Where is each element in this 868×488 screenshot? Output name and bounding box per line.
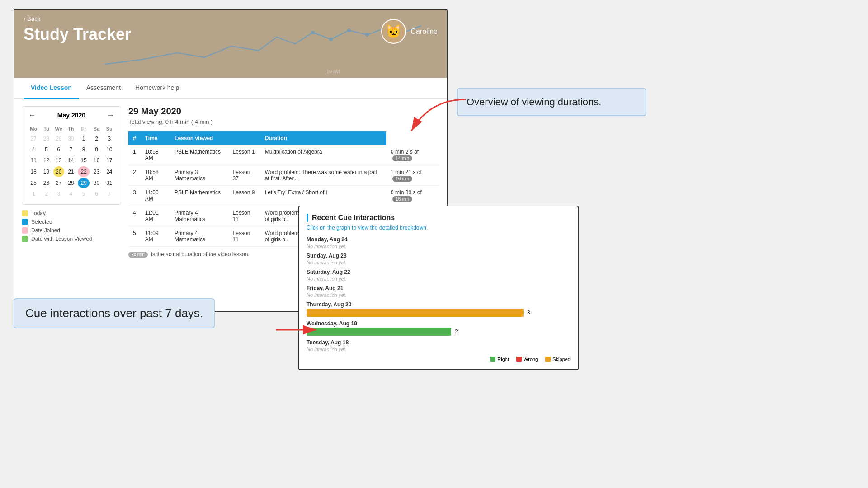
callout-cue-text: Cue interactions over past 7 days.	[25, 306, 203, 320]
calendar-day[interactable]: 16	[90, 155, 102, 165]
calendar-day[interactable]: 18	[28, 166, 39, 177]
cue-day-name: Tuesday, Aug 18	[307, 339, 571, 346]
calendar-day[interactable]: 26	[40, 178, 52, 188]
cue-panel-title: Recent Cue Interactions	[307, 214, 571, 222]
calendar-day[interactable]: 3	[53, 189, 64, 199]
cue-bar[interactable]	[307, 328, 451, 336]
calendar-day[interactable]: 22	[78, 166, 90, 177]
calendar-day[interactable]: 6	[53, 145, 64, 155]
table-row[interactable]: 311:00 AMPSLE MathematicsLesson 9Let's T…	[128, 186, 439, 206]
calendar-day[interactable]: 17	[104, 155, 115, 165]
header-banner: ‹ Back Study Tracker 19 avr 🐱 Caroline	[14, 10, 447, 78]
cue-day-name: Thursday, Aug 20	[307, 301, 571, 308]
calendar-day[interactable]: 21	[65, 166, 77, 177]
calendar-day[interactable]: 8	[78, 145, 90, 155]
calendar-grid: Mo Tu We Th Fr Sa Su 2728293012345678910…	[27, 124, 116, 200]
tab-video-lesson[interactable]: Video Lesson	[24, 78, 79, 99]
row-duration: 0 min 30 s of 16 min	[386, 186, 439, 206]
callout-viewing-text: Overview of viewing durations.	[467, 96, 601, 108]
calendar-day[interactable]: 11	[28, 155, 39, 165]
calendar-header: ← May 2020 →	[27, 111, 116, 119]
calendar-day[interactable]: 7	[104, 189, 115, 199]
calendar-day[interactable]: 27	[28, 134, 39, 144]
calendar-day[interactable]: 1	[78, 134, 90, 144]
calendar-day[interactable]: 27	[53, 178, 64, 188]
row-time: 11:09 AM	[141, 226, 170, 247]
cue-legend-skipped-label: Skipped	[552, 357, 571, 362]
calendar-legend: Today Selected Date Joined Date with Les…	[22, 210, 121, 242]
cue-day-name: Sunday, Aug 23	[307, 253, 571, 259]
row-num: 4	[128, 206, 141, 226]
cue-legend: Right Wrong Skipped	[307, 357, 571, 362]
calendar-day[interactable]: 20	[53, 166, 64, 177]
calendar-next-button[interactable]: →	[105, 111, 116, 119]
cue-legend-wrong-label: Wrong	[524, 357, 538, 362]
calendar-day[interactable]: 4	[65, 189, 77, 199]
calendar-day[interactable]: 15	[78, 155, 90, 165]
calendar-day[interactable]: 30	[90, 178, 102, 188]
cue-day-name: Friday, Aug 21	[307, 285, 571, 291]
calendar-day[interactable]: 2	[40, 189, 52, 199]
calendar-day[interactable]: 5	[78, 189, 90, 199]
calendar-day[interactable]: 7	[65, 145, 77, 155]
calendar-day[interactable]: 31	[104, 178, 115, 188]
cue-day: Wednesday, Aug 192	[307, 320, 571, 336]
calendar-day[interactable]: 9	[90, 145, 102, 155]
calendar-day[interactable]: 2	[90, 134, 102, 144]
tab-homework-help[interactable]: Homework help	[128, 78, 186, 99]
cue-days-container: Monday, Aug 24No interaction yet.Sunday,…	[307, 236, 571, 352]
legend-note-text: is the actual duration of the video less…	[151, 251, 249, 258]
calendar-day[interactable]: 4	[28, 145, 39, 155]
row-lesson: Lesson 9	[228, 186, 260, 206]
legend-today-label: Today	[31, 210, 46, 216]
calendar-day[interactable]: 28	[65, 178, 77, 188]
cue-no-interaction: No interaction yet.	[307, 276, 571, 282]
table-row[interactable]: 110:58 AMPSLE MathematicsLesson 1Multipl…	[128, 145, 439, 165]
calendar-day[interactable]: 23	[90, 166, 102, 177]
cal-header-fr: Fr	[78, 125, 90, 133]
calendar-day[interactable]: 19	[40, 166, 52, 177]
cue-legend-right: Right	[490, 357, 509, 362]
row-subject: Primary 3 Mathematics	[170, 165, 228, 186]
svg-text:19 avr: 19 avr	[326, 69, 340, 74]
col-duration: Duration	[260, 131, 386, 145]
red-arrow-bottom	[271, 316, 326, 343]
calendar-day[interactable]: 3	[104, 134, 115, 144]
calendar-day[interactable]: 5	[40, 145, 52, 155]
avatar-emoji: 🐱	[386, 24, 401, 39]
row-subject: PSLE Mathematics	[170, 145, 228, 165]
calendar-day[interactable]: 12	[40, 155, 52, 165]
cue-panel: Recent Cue Interactions Click on the gra…	[298, 206, 579, 370]
calendar-day[interactable]: 10	[104, 145, 115, 155]
cue-bar[interactable]	[307, 309, 524, 317]
legend-today: Today	[22, 210, 121, 216]
table-row[interactable]: 210:58 AMPrimary 3 MathematicsLesson 37W…	[128, 165, 439, 186]
cal-header-su: Su	[104, 125, 115, 133]
row-description: Let's Try! Extra / Short of l	[260, 186, 386, 206]
cue-day: Saturday, Aug 22No interaction yet.	[307, 269, 571, 282]
calendar-day[interactable]: 14	[65, 155, 77, 165]
calendar-day[interactable]: 25	[28, 178, 39, 188]
calendar-prev-button[interactable]: ←	[27, 111, 38, 119]
calendar-day[interactable]: 29	[78, 178, 90, 188]
row-subject: Primary 4 Mathematics	[170, 206, 228, 226]
cue-legend-wrong-dot	[516, 357, 522, 362]
cue-day: Monday, Aug 24No interaction yet.	[307, 236, 571, 249]
calendar-day[interactable]: 28	[40, 134, 52, 144]
calendar-day[interactable]: 29	[53, 134, 64, 144]
row-duration: 1 min 21 s of 16 min	[386, 165, 439, 186]
calendar-day[interactable]: 24	[104, 166, 115, 177]
row-time: 10:58 AM	[141, 145, 170, 165]
legend-joined: Date Joined	[22, 227, 121, 234]
legend-lesson-viewed-label: Date with Lesson Viewed	[31, 236, 92, 242]
tab-assessment[interactable]: Assessment	[79, 78, 128, 99]
calendar-day[interactable]: 13	[53, 155, 64, 165]
legend-lesson-viewed-dot	[22, 236, 28, 242]
calendar-day[interactable]: 30	[65, 134, 77, 144]
back-label: Back	[27, 15, 40, 22]
cue-no-interaction: No interaction yet.	[307, 292, 571, 298]
cal-header-sa: Sa	[90, 125, 102, 133]
calendar-day[interactable]: 6	[90, 189, 102, 199]
cue-legend-skipped: Skipped	[545, 357, 571, 362]
calendar-day[interactable]: 1	[28, 189, 39, 199]
